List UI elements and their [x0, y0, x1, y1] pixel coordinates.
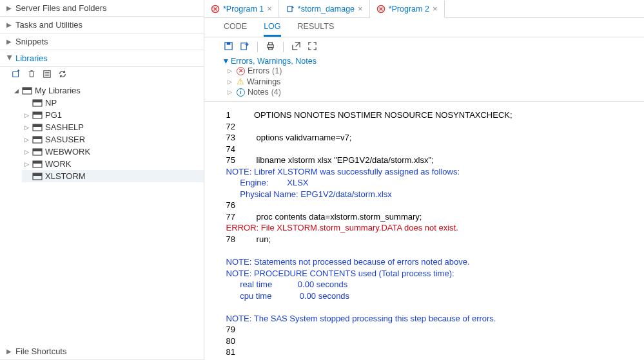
caret-icon: ▷: [24, 137, 31, 143]
lib-item-pg1[interactable]: ▷PG1: [22, 109, 204, 121]
drawer-icon: [32, 111, 43, 120]
lib-label: WEBWORK: [45, 147, 90, 156]
save-icon[interactable]: [224, 41, 233, 53]
lib-label: PG1: [45, 110, 62, 120]
lib-item-np[interactable]: NP: [22, 97, 204, 109]
lib-item-webwork[interactable]: ▷WEBWORK: [22, 146, 204, 158]
close-icon[interactable]: ×: [267, 4, 272, 14]
caret-icon: ▶: [6, 348, 13, 355]
subtab-code[interactable]: CODE: [224, 22, 247, 37]
svg-rect-5: [33, 100, 42, 102]
tree-my-libraries[interactable]: ◢ My Libraries: [12, 84, 204, 97]
error-icon: ✕: [237, 67, 245, 75]
editor-tabbar: *Program 1×*storm_damage×*Program 2×: [204, 0, 644, 18]
svg-rect-13: [33, 149, 42, 151]
caret-icon: ▷: [228, 79, 234, 85]
section-server-files[interactable]: ▶ Server Files and Folders: [0, 0, 204, 17]
lib-label: SASUSER: [45, 135, 85, 144]
caret-down-icon: ▶: [223, 59, 229, 64]
caret-icon: ▶: [6, 5, 13, 12]
drawer-icon: [32, 99, 43, 108]
info-icon: i: [237, 88, 245, 97]
drawer-icon: [32, 147, 43, 156]
section-label: Snippets: [15, 37, 48, 46]
lib-item-xlstorm[interactable]: XLSTORM: [22, 170, 204, 182]
lib-item-work[interactable]: ▷WORK: [22, 158, 204, 170]
svg-rect-11: [33, 137, 42, 139]
subtab-log[interactable]: LOG: [264, 22, 280, 37]
msg-label: Errors: [248, 66, 269, 75]
svg-rect-17: [33, 173, 42, 176]
error-icon: [211, 5, 220, 14]
svg-rect-9: [33, 124, 42, 127]
messages-header[interactable]: ▶ Errors, Warnings, Notes: [224, 57, 625, 66]
editor-tab[interactable]: *Program 1×: [204, 0, 279, 17]
drawer-icon: [22, 86, 32, 95]
lib-item-sashelp[interactable]: ▷SASHELP: [22, 121, 204, 133]
close-icon[interactable]: ×: [433, 4, 438, 14]
tree-label: My Libraries: [35, 86, 81, 95]
section-libraries[interactable]: ▶ Libraries: [0, 50, 204, 67]
caret-icon: ▷: [24, 149, 31, 155]
section-label: Libraries: [15, 53, 48, 63]
messages-errors[interactable]: ▷ ✕ Errors (1): [224, 66, 625, 76]
drawer-icon: [32, 123, 43, 132]
main-area: *Program 1×*storm_damage×*Program 2× COD…: [204, 0, 644, 360]
new-library-icon[interactable]: [12, 70, 21, 81]
delete-icon[interactable]: [27, 70, 36, 81]
lib-label: NP: [45, 98, 57, 108]
lib-item-sasuser[interactable]: ▷SASUSER: [22, 133, 204, 146]
section-snippets[interactable]: ▶ Snippets: [0, 33, 204, 50]
caret-icon: ▶: [6, 21, 13, 28]
caret-icon: ▶: [6, 55, 14, 62]
caret-icon: ▷: [228, 89, 234, 95]
libraries-toolbar: [0, 67, 204, 83]
popout-icon[interactable]: [291, 41, 301, 53]
tab-label: *Program 1: [223, 5, 264, 14]
error-icon: [376, 5, 385, 14]
caret-icon: ▷: [24, 112, 31, 118]
msg-count: (4): [271, 88, 281, 97]
separator: [257, 42, 258, 52]
sidebar: ▶ Server Files and Folders ▶ Tasks and U…: [0, 0, 204, 360]
svg-rect-3: [23, 88, 32, 90]
caret-icon: ▶: [6, 38, 13, 45]
editor-tab[interactable]: *storm_damage×: [279, 0, 370, 17]
svg-rect-7: [33, 112, 42, 115]
msg-label: Notes: [248, 88, 269, 97]
section-file-shortcuts[interactable]: ▶ File Shortcuts: [0, 343, 204, 360]
print-icon[interactable]: [266, 41, 275, 53]
lib-label: SASHELP: [45, 122, 84, 132]
refresh-icon[interactable]: [58, 70, 67, 81]
log-toolbar: [204, 37, 644, 57]
editor-tab[interactable]: *Program 2×: [370, 1, 445, 18]
close-icon[interactable]: ×: [358, 4, 363, 14]
warning-icon: ⚠: [237, 77, 244, 86]
section-tasks[interactable]: ▶ Tasks and Utilities: [0, 17, 204, 33]
section-label: File Shortcuts: [15, 346, 66, 356]
lib-label: XLSTORM: [45, 171, 86, 181]
drawer-icon: [32, 172, 43, 181]
svg-rect-22: [227, 43, 231, 45]
caret-icon: ▷: [228, 68, 234, 74]
messages-notes[interactable]: ▷ i Notes (4): [224, 87, 625, 97]
log-output[interactable]: 1 OPTIONS NONOTES NOSTIMER NOSOURCE NOSY…: [204, 101, 644, 360]
drawer-icon: [32, 135, 43, 144]
tab-label: *storm_damage: [298, 5, 355, 14]
messages-panel: ▶ Errors, Warnings, Notes ▷ ✕ Errors (1)…: [204, 57, 644, 101]
msg-count: (1): [272, 66, 282, 75]
export-icon[interactable]: [240, 41, 249, 53]
caret-down-icon: ◢: [14, 88, 21, 94]
tab-label: *Program 2: [389, 5, 429, 14]
lib-label: WORK: [45, 159, 71, 169]
messages-warnings[interactable]: ▷ ⚠ Warnings: [224, 76, 625, 87]
separator: [283, 42, 284, 52]
svg-rect-15: [33, 161, 42, 164]
shortcut-icon: [286, 5, 295, 14]
subtab-results[interactable]: RESULTS: [298, 22, 335, 37]
caret-icon: ▷: [24, 124, 31, 131]
svg-rect-0: [13, 72, 19, 77]
properties-icon[interactable]: [43, 70, 52, 81]
fullscreen-icon[interactable]: [307, 41, 317, 53]
libraries-tree: ◢ My Libraries NP▷PG1▷SASHELP▷SASUSER▷WE…: [0, 83, 204, 186]
